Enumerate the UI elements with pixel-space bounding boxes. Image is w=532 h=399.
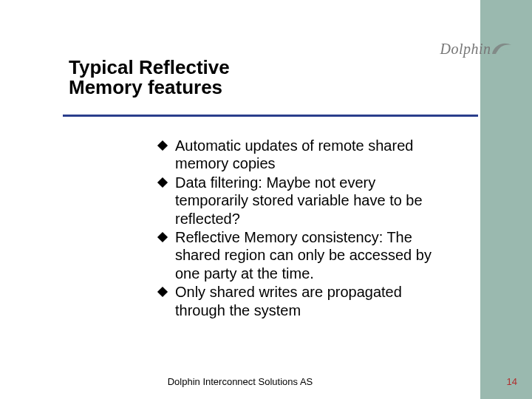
diamond-bullet-icon (157, 287, 168, 297)
diamond-bullet-icon (157, 232, 168, 242)
bullet-text: Only shared writes are propagated throug… (175, 283, 440, 319)
sidebar-accent (480, 0, 532, 399)
bullet-text: Automatic updates of remote shared memor… (175, 137, 440, 173)
bullet-list: Automatic updates of remote shared memor… (159, 137, 440, 320)
title-divider (63, 115, 478, 117)
dolphin-swirl-icon (489, 38, 514, 60)
list-item: Automatic updates of remote shared memor… (159, 137, 440, 173)
brand-logo: Dolphin (421, 41, 510, 58)
bullet-text: Data filtering: Maybe not every temporar… (175, 174, 440, 228)
list-item: Reflective Memory consistency: The share… (159, 228, 440, 282)
list-item: Data filtering: Maybe not every temporar… (159, 174, 440, 228)
diamond-bullet-icon (157, 177, 168, 188)
footer-text: Dolphin Interconnect Solutions AS (0, 376, 480, 387)
brand-name: Dolphin (440, 41, 491, 57)
bullet-text: Reflective Memory consistency: The share… (175, 228, 440, 282)
slide-title: Typical Reflective Memory features (69, 58, 305, 98)
page-number: 14 (507, 376, 517, 387)
list-item: Only shared writes are propagated throug… (159, 283, 440, 319)
diamond-bullet-icon (157, 140, 168, 151)
